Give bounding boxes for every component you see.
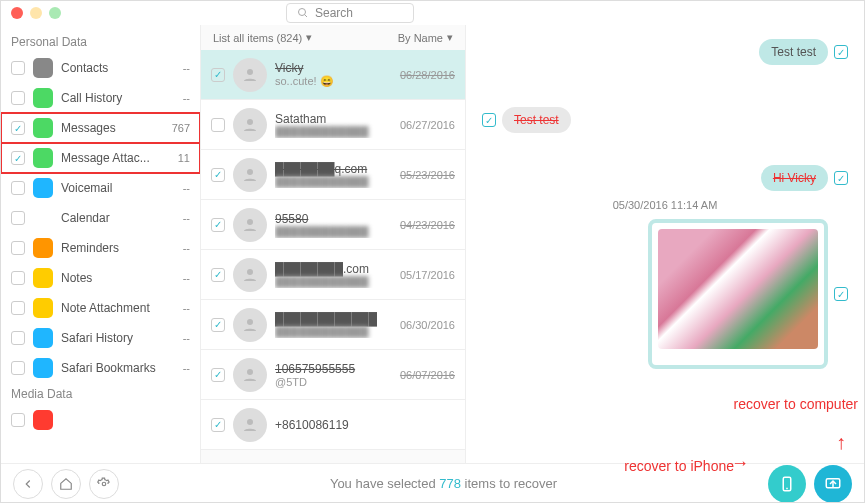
sidebar-item-label: Safari Bookmarks xyxy=(61,361,175,375)
checkbox[interactable]: ✓ xyxy=(211,318,225,332)
checkbox[interactable]: ✓ xyxy=(11,121,25,135)
conversation-row[interactable]: ✓ ███████q.com ████████████ 05/23/2016 xyxy=(201,150,465,200)
avatar xyxy=(233,108,267,142)
back-button[interactable] xyxy=(13,469,43,499)
sort-label: By Name xyxy=(398,32,443,44)
checkbox[interactable] xyxy=(11,301,25,315)
checkbox[interactable]: ✓ xyxy=(211,268,225,282)
conversation-row[interactable]: ✓ ████████████ ████████████ 06/30/2016 xyxy=(201,300,465,350)
avatar xyxy=(233,208,267,242)
message-bubble-in: Test test xyxy=(502,107,571,133)
avatar xyxy=(233,158,267,192)
home-button[interactable] xyxy=(51,469,81,499)
message-date: 05/23/2016 xyxy=(400,169,455,181)
filter-dropdown[interactable]: List all items (824) ▾ xyxy=(213,31,312,44)
conversation-panel: Test test ✓ ✓ Test test Hi Vicky ✓ 05/30… xyxy=(466,25,864,463)
sort-dropdown[interactable]: By Name ▾ xyxy=(398,31,453,44)
category-icon xyxy=(33,178,53,198)
image-attachment[interactable] xyxy=(648,219,828,369)
svg-point-6 xyxy=(247,269,253,275)
checkbox[interactable]: ✓ xyxy=(211,368,225,382)
checkbox[interactable] xyxy=(11,361,25,375)
footer-bar: You have selected 778 items to recover xyxy=(1,463,864,503)
conversation-row[interactable]: ✓ +8610086119 xyxy=(201,400,465,450)
filter-label: List all items (824) xyxy=(213,32,302,44)
search-icon xyxy=(297,7,309,19)
sidebar-item-label: Call History xyxy=(61,91,175,105)
conversation-row[interactable]: ✓ 95580 ████████████ 04/23/2016 xyxy=(201,200,465,250)
message-bubble-out: Test test xyxy=(759,39,828,65)
checkbox[interactable] xyxy=(11,61,25,75)
sidebar-item[interactable]: ✓ Message Attac... 11 xyxy=(1,143,200,173)
message-preview: ████████████ xyxy=(275,276,392,288)
close-dot[interactable] xyxy=(11,7,23,19)
search-placeholder: Search xyxy=(315,6,353,20)
message-checkbox[interactable]: ✓ xyxy=(482,113,496,127)
sidebar-item-badge: 11 xyxy=(178,152,190,164)
search-input[interactable]: Search xyxy=(286,3,414,23)
sidebar-item[interactable]: Note Attachment -- xyxy=(1,293,200,323)
sidebar-item[interactable]: Contacts -- xyxy=(1,53,200,83)
sidebar-item-media[interactable] xyxy=(1,405,200,435)
recover-to-computer-button[interactable] xyxy=(814,465,852,503)
contact-name: 95580 xyxy=(275,212,392,226)
sidebar-item-badge: -- xyxy=(183,212,190,224)
category-icon xyxy=(33,358,53,378)
conversation-row[interactable]: Satatham ████████████ 06/27/2016 xyxy=(201,100,465,150)
checkbox[interactable] xyxy=(11,413,25,427)
sidebar-item-badge: -- xyxy=(183,62,190,74)
sidebar-item[interactable]: Safari Bookmarks -- xyxy=(1,353,200,383)
conversation-row[interactable]: ✓ Vicky so..cute! 😄 06/28/2016 xyxy=(201,50,465,100)
checkbox[interactable] xyxy=(11,331,25,345)
avatar xyxy=(233,308,267,342)
timestamp: 05/30/2016 11:14 AM xyxy=(482,199,848,211)
checkbox[interactable]: ✓ xyxy=(211,418,225,432)
settings-button[interactable] xyxy=(89,469,119,499)
sidebar-item[interactable]: Notes -- xyxy=(1,263,200,293)
message-checkbox[interactable]: ✓ xyxy=(834,287,848,301)
zoom-dot[interactable] xyxy=(49,7,61,19)
checkbox[interactable] xyxy=(11,181,25,195)
recover-to-iphone-button[interactable] xyxy=(768,465,806,503)
sidebar-item[interactable]: ✓ Messages 767 xyxy=(1,113,200,143)
sidebar-item-label: Notes xyxy=(61,271,175,285)
checkbox[interactable] xyxy=(11,271,25,285)
avatar xyxy=(233,258,267,292)
checkbox[interactable]: ✓ xyxy=(211,168,225,182)
message-preview: ████████████ xyxy=(275,226,392,238)
sidebar-item[interactable]: Call History -- xyxy=(1,83,200,113)
conversation-row[interactable]: ✓ 106575955555 @5TD 06/07/2016 xyxy=(201,350,465,400)
svg-point-2 xyxy=(247,69,253,75)
chevron-down-icon: ▾ xyxy=(447,31,453,44)
message-preview: ████████████ xyxy=(275,176,392,188)
sidebar-item[interactable]: Safari History -- xyxy=(1,323,200,353)
checkbox[interactable] xyxy=(11,91,25,105)
message-checkbox[interactable]: ✓ xyxy=(834,171,848,185)
conversation-row[interactable]: ✓ ████████.com ████████████ 05/17/2016 xyxy=(201,250,465,300)
svg-line-1 xyxy=(305,15,308,18)
message-preview: ████████████ xyxy=(275,326,392,338)
checkbox[interactable] xyxy=(11,211,25,225)
sidebar-item[interactable]: Reminders -- xyxy=(1,233,200,263)
checkbox[interactable] xyxy=(11,241,25,255)
svg-point-8 xyxy=(247,369,253,375)
sidebar: Personal Data Contacts -- Call History -… xyxy=(1,25,201,463)
svg-point-5 xyxy=(247,219,253,225)
message-checkbox[interactable]: ✓ xyxy=(834,45,848,59)
category-icon xyxy=(33,118,53,138)
sidebar-header-media: Media Data xyxy=(1,383,200,405)
sidebar-item-label: Calendar xyxy=(61,211,175,225)
checkbox[interactable] xyxy=(211,118,225,132)
category-icon xyxy=(33,208,53,228)
checkbox[interactable]: ✓ xyxy=(11,151,25,165)
sidebar-item[interactable]: Voicemail -- xyxy=(1,173,200,203)
checkbox[interactable]: ✓ xyxy=(211,68,225,82)
minimize-dot[interactable] xyxy=(30,7,42,19)
checkbox[interactable]: ✓ xyxy=(211,218,225,232)
message-preview: @5TD xyxy=(275,376,392,388)
sidebar-item-label: Voicemail xyxy=(61,181,175,195)
category-icon xyxy=(33,148,53,168)
contact-name: 106575955555 xyxy=(275,362,392,376)
sidebar-item[interactable]: Calendar -- xyxy=(1,203,200,233)
chevron-down-icon: ▾ xyxy=(306,31,312,44)
